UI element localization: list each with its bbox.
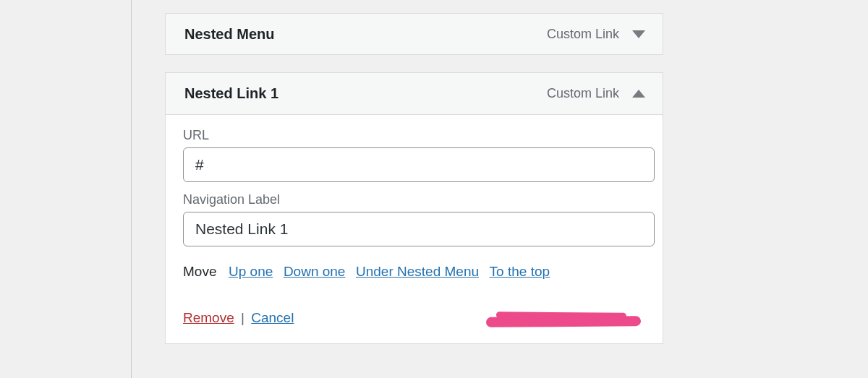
menu-item-type-label: Custom Link xyxy=(547,86,619,101)
menu-item-nested-menu: Nested Menu Custom Link xyxy=(165,13,663,55)
move-under-parent-link[interactable]: Under Nested Menu xyxy=(356,264,479,279)
menu-item-type-area: Custom Link xyxy=(547,86,645,101)
menu-item-title: Nested Link 1 xyxy=(184,85,278,102)
chevron-down-icon[interactable] xyxy=(632,30,645,38)
menu-item-header[interactable]: Nested Link 1 Custom Link xyxy=(166,73,663,115)
navigation-label-label: Navigation Label xyxy=(183,192,645,207)
menu-item-header[interactable]: Nested Menu Custom Link xyxy=(166,14,663,54)
move-to-top-link[interactable]: To the top xyxy=(490,264,550,279)
navigation-label-input[interactable] xyxy=(183,212,655,246)
url-label: URL xyxy=(183,128,645,143)
menu-item-title: Nested Menu xyxy=(184,26,274,43)
menu-item-type-area: Custom Link xyxy=(547,27,645,42)
item-actions-row: Remove | Cancel xyxy=(183,310,645,326)
move-down-one-link[interactable]: Down one xyxy=(284,264,346,279)
move-row: Move Up one Down one Under Nested Menu T… xyxy=(183,264,645,280)
cancel-link[interactable]: Cancel xyxy=(251,310,294,325)
chevron-up-icon[interactable] xyxy=(632,90,645,98)
remove-link[interactable]: Remove xyxy=(183,310,234,325)
move-label: Move xyxy=(183,264,216,279)
separator: | xyxy=(238,310,247,325)
menu-editor-content: Nested Menu Custom Link Nested Link 1 Cu… xyxy=(132,0,868,378)
left-sidebar-gutter xyxy=(0,0,132,378)
url-input[interactable] xyxy=(183,147,655,182)
menu-item-nested-link-1: Nested Link 1 Custom Link URL Navigation… xyxy=(165,72,663,344)
menu-item-settings: URL Navigation Label Move Up one Down on… xyxy=(166,115,663,343)
menu-item-type-label: Custom Link xyxy=(547,27,619,42)
move-up-one-link[interactable]: Up one xyxy=(229,264,273,279)
